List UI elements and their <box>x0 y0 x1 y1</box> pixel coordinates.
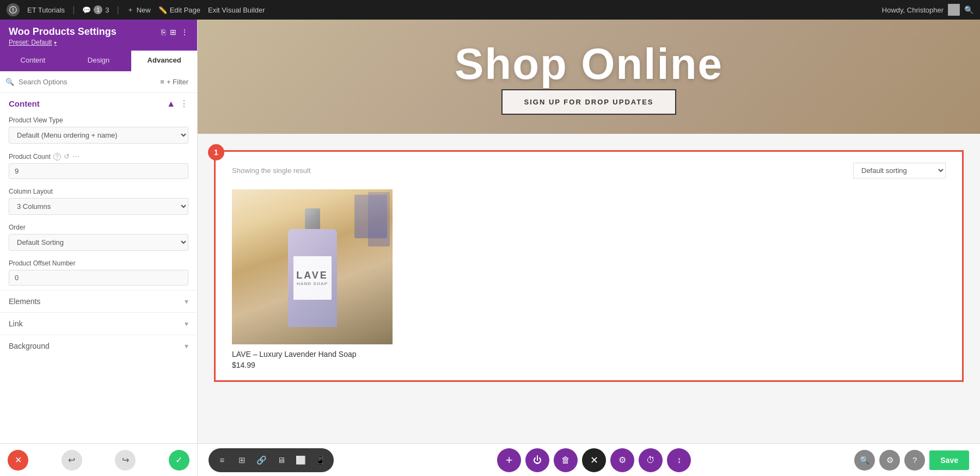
search-options-input[interactable] <box>19 78 152 86</box>
product-name: LAVE – Luxury Lavender Hand Soap <box>232 350 393 358</box>
toolbar-mobile-icon[interactable]: 📱 <box>311 451 329 469</box>
right-actions: 🔍 ⚙ ? Save <box>854 450 969 471</box>
content-section-title: Content <box>9 99 40 108</box>
section-dots-icon[interactable]: ⋮ <box>180 98 188 109</box>
search-options-icon: 🔍 <box>5 78 14 86</box>
product-card: LAVE HAND SOAP LAVE – Luxury Lavender Ha… <box>232 189 393 369</box>
bottle-cap <box>305 208 320 230</box>
column-layout-label: Column Layout <box>9 188 188 195</box>
wordpress-logo-icon[interactable] <box>7 3 20 16</box>
fab-power-button[interactable]: ⏻ <box>525 448 549 472</box>
cancel-button[interactable]: ✕ <box>8 450 28 471</box>
search-filter-row: 🔍 ≡ + Filter <box>0 71 197 93</box>
tab-design[interactable]: Design <box>66 51 132 71</box>
order-select[interactable]: Default Sorting Price: Low to High Price… <box>9 234 188 251</box>
panel-menu-icon[interactable]: ⋮ <box>181 28 188 36</box>
elements-section[interactable]: Elements ▾ <box>0 290 197 312</box>
link-section[interactable]: Link ▾ <box>0 312 197 335</box>
section-controls: ▲ ⋮ <box>167 98 188 109</box>
order-group: Order Default Sorting Price: Low to High… <box>0 219 197 255</box>
fab-add-button[interactable]: + <box>497 448 521 472</box>
product-top-row: Showing the single result Default sortin… <box>232 163 946 178</box>
separator-1: | <box>72 5 75 15</box>
fab-search-button[interactable]: 🔍 <box>854 450 875 471</box>
comments-badge: 1 <box>94 5 102 14</box>
preset-line: Preset: Default ▾ <box>9 39 188 46</box>
bottle-brand-sub: HAND SOAP <box>297 281 328 286</box>
product-offset-label: Product Offset Number <box>9 259 188 267</box>
link-label: Link <box>9 319 23 328</box>
collapse-icon[interactable]: ▲ <box>167 99 175 109</box>
panel-copy-icon[interactable]: ⎘ <box>161 28 166 36</box>
product-count-help-icon[interactable]: ? <box>53 153 61 160</box>
user-avatar <box>948 4 960 16</box>
panel-columns-icon[interactable]: ⊞ <box>170 28 176 36</box>
hero-signup-button[interactable]: SIGN UP FOR DROP UPDATES <box>501 89 677 115</box>
bottle-body: LAVE HAND SOAP <box>288 229 337 327</box>
product-offset-input[interactable] <box>9 270 188 286</box>
product-offset-group: Product Offset Number <box>0 255 197 290</box>
fab-settings-button[interactable]: ⚙ <box>610 448 634 472</box>
background-section[interactable]: Background ▾ <box>0 335 197 357</box>
product-price: $14.99 <box>232 361 393 369</box>
product-count-group: Product Count ? ↺ ⋯ <box>0 148 197 183</box>
comment-count: 3 <box>105 6 109 14</box>
hero-section: Shop Online SIGN UP FOR DROP UPDATES <box>198 20 980 134</box>
confirm-button[interactable]: ✓ <box>169 450 189 471</box>
product-count-input[interactable] <box>9 163 188 179</box>
filter-button[interactable]: ≡ + Filter <box>157 76 192 88</box>
toolbar-grid-icon[interactable]: ⊞ <box>232 451 251 469</box>
fab-gear-button[interactable]: ⚙ <box>879 450 900 471</box>
fab-delete-button[interactable]: 🗑 <box>554 448 578 472</box>
background-chevron-icon: ▾ <box>185 342 188 350</box>
exit-builder-label: Exit Visual Builder <box>208 6 265 14</box>
toolbar-desktop-icon[interactable]: 🖥 <box>272 451 290 469</box>
exit-builder-link[interactable]: Exit Visual Builder <box>208 6 265 14</box>
confirm-icon: ✓ <box>175 455 182 465</box>
main-layout: Woo Products Settings ⎘ ⊞ ⋮ Preset: Defa… <box>0 20 980 476</box>
site-name-link[interactable]: ET Tutorials <box>27 6 65 14</box>
admin-bar-left: ET Tutorials | 💬 1 3 | ＋ New ✏️ Edit Pag… <box>7 3 265 16</box>
search-icon[interactable]: 🔍 <box>964 5 973 14</box>
edit-page-link[interactable]: ✏️ Edit Page <box>158 6 200 14</box>
tab-advanced[interactable]: Advanced <box>131 51 197 71</box>
tab-content[interactable]: Content <box>0 51 66 71</box>
toolbar-link-icon[interactable]: 🔗 <box>252 451 271 469</box>
separator-2: | <box>117 5 119 15</box>
bottle-label: LAVE HAND SOAP <box>293 256 332 300</box>
toolbar-tablet-icon[interactable]: ⬜ <box>291 451 310 469</box>
cancel-icon: ✕ <box>15 455 22 465</box>
save-button[interactable]: Save <box>929 450 969 470</box>
toolbar-rows-icon[interactable]: ≡ <box>213 451 231 469</box>
bottle-brand: LAVE <box>296 270 328 281</box>
sorting-select[interactable]: Default sorting Sort by popularity Sort … <box>853 163 946 178</box>
fab-help-button[interactable]: ? <box>904 450 925 471</box>
site-name: ET Tutorials <box>27 6 65 14</box>
new-label: New <box>137 6 151 14</box>
product-count-reset-icon[interactable]: ↺ <box>64 152 70 160</box>
column-layout-select[interactable]: 1 Column 2 Columns 3 Columns 4 Columns <box>9 198 188 215</box>
product-area: 1 Showing the single result Default sort… <box>214 150 964 382</box>
fab-close-button[interactable]: ✕ <box>582 448 606 472</box>
panel-bottom-actions: ✕ ↩ ↪ ✓ <box>0 443 197 476</box>
bottle-container: LAVE HAND SOAP <box>277 207 348 327</box>
product-view-type-group: Product View Type Default (Menu ordering… <box>0 112 197 148</box>
elements-label: Elements <box>9 297 40 306</box>
canvas-area: Shop Online SIGN UP FOR DROP UPDATES 1 S… <box>198 20 980 443</box>
fab-sort-button[interactable]: ↕ <box>667 448 691 472</box>
edit-page-label: Edit Page <box>170 6 200 14</box>
new-link[interactable]: ＋ New <box>127 5 151 15</box>
filter-icon: ≡ <box>160 78 164 86</box>
filter-label: + Filter <box>167 78 188 86</box>
redo-button[interactable]: ↪ <box>115 450 136 471</box>
product-view-type-select[interactable]: Default (Menu ordering + name) Featured … <box>9 127 188 144</box>
product-area-wrapper: 1 Showing the single result Default sort… <box>198 134 980 443</box>
fab-timer-button[interactable]: ⏱ <box>639 448 663 472</box>
preset-label[interactable]: Preset: Default <box>9 39 52 46</box>
content-section-header: Content ▲ ⋮ <box>0 93 197 112</box>
undo-button[interactable]: ↩ <box>62 450 82 471</box>
undo-icon: ↩ <box>68 455 75 465</box>
comments-link[interactable]: 💬 1 3 <box>82 5 109 14</box>
background-label: Background <box>9 342 50 350</box>
product-count-dots-icon[interactable]: ⋯ <box>72 152 79 160</box>
